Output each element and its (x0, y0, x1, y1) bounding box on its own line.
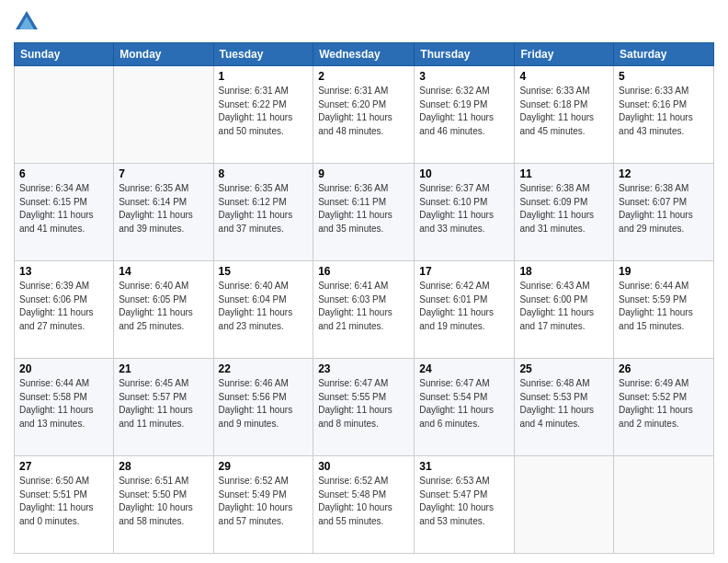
calendar-cell (614, 456, 714, 554)
day-number: 21 (119, 362, 208, 375)
calendar-cell: 14Sunrise: 6:40 AMSunset: 6:05 PMDayligh… (114, 261, 213, 359)
day-number: 12 (619, 167, 709, 180)
calendar-week-5: 27Sunrise: 6:50 AMSunset: 5:51 PMDayligh… (15, 456, 714, 554)
day-number: 9 (318, 167, 409, 180)
day-number: 20 (19, 362, 108, 375)
day-number: 14 (119, 265, 208, 278)
calendar-cell: 1Sunrise: 6:31 AMSunset: 6:22 PMDaylight… (213, 66, 313, 164)
calendar-cell: 22Sunrise: 6:46 AMSunset: 5:56 PMDayligh… (213, 359, 313, 456)
day-number: 31 (419, 460, 509, 473)
calendar-cell: 30Sunrise: 6:52 AMSunset: 5:48 PMDayligh… (313, 456, 415, 554)
day-info: Sunrise: 6:38 AMSunset: 6:09 PMDaylight:… (519, 182, 609, 236)
calendar-cell: 7Sunrise: 6:35 AMSunset: 6:14 PMDaylight… (114, 164, 213, 261)
day-number: 10 (419, 167, 509, 180)
calendar-cell: 18Sunrise: 6:43 AMSunset: 6:00 PMDayligh… (515, 261, 614, 359)
day-info: Sunrise: 6:31 AMSunset: 6:22 PMDaylight:… (219, 85, 309, 138)
day-number: 7 (119, 167, 208, 180)
day-info: Sunrise: 6:44 AMSunset: 5:58 PMDaylight:… (19, 377, 108, 431)
calendar-cell: 10Sunrise: 6:37 AMSunset: 6:10 PMDayligh… (415, 164, 515, 261)
day-info: Sunrise: 6:46 AMSunset: 5:56 PMDaylight:… (219, 377, 309, 431)
calendar-week-1: 1Sunrise: 6:31 AMSunset: 6:22 PMDaylight… (15, 66, 714, 164)
day-info: Sunrise: 6:34 AMSunset: 6:15 PMDaylight:… (19, 182, 108, 236)
calendar-cell: 19Sunrise: 6:44 AMSunset: 5:59 PMDayligh… (614, 261, 714, 359)
page: SundayMondayTuesdayWednesdayThursdayFrid… (0, 0, 728, 563)
day-info: Sunrise: 6:33 AMSunset: 6:16 PMDaylight:… (619, 85, 709, 138)
day-number: 25 (519, 362, 609, 375)
day-header-monday: Monday (114, 43, 213, 66)
calendar-cell: 12Sunrise: 6:38 AMSunset: 6:07 PMDayligh… (614, 164, 714, 261)
day-info: Sunrise: 6:35 AMSunset: 6:14 PMDaylight:… (119, 182, 208, 236)
day-info: Sunrise: 6:40 AMSunset: 6:04 PMDaylight:… (219, 280, 309, 333)
day-number: 5 (619, 70, 709, 83)
day-info: Sunrise: 6:49 AMSunset: 5:52 PMDaylight:… (619, 377, 709, 431)
day-number: 13 (19, 265, 108, 278)
day-info: Sunrise: 6:37 AMSunset: 6:10 PMDaylight:… (419, 182, 509, 236)
day-number: 29 (219, 460, 309, 473)
day-info: Sunrise: 6:45 AMSunset: 5:57 PMDaylight:… (119, 377, 208, 431)
calendar-cell: 6Sunrise: 6:34 AMSunset: 6:15 PMDaylight… (15, 164, 114, 261)
day-info: Sunrise: 6:39 AMSunset: 6:06 PMDaylight:… (19, 280, 108, 333)
day-number: 8 (219, 167, 309, 180)
day-info: Sunrise: 6:48 AMSunset: 5:53 PMDaylight:… (519, 377, 609, 431)
day-number: 19 (619, 265, 709, 278)
calendar-cell: 16Sunrise: 6:41 AMSunset: 6:03 PMDayligh… (313, 261, 415, 359)
logo-icon (14, 9, 40, 35)
calendar-cell: 24Sunrise: 6:47 AMSunset: 5:54 PMDayligh… (415, 359, 515, 456)
day-header-saturday: Saturday (614, 43, 714, 66)
day-number: 6 (19, 167, 108, 180)
day-number: 3 (419, 70, 509, 83)
logo (14, 9, 43, 35)
day-info: Sunrise: 6:47 AMSunset: 5:54 PMDaylight:… (419, 377, 509, 431)
calendar-cell: 13Sunrise: 6:39 AMSunset: 6:06 PMDayligh… (15, 261, 114, 359)
calendar-cell: 20Sunrise: 6:44 AMSunset: 5:58 PMDayligh… (15, 359, 114, 456)
day-info: Sunrise: 6:38 AMSunset: 6:07 PMDaylight:… (619, 182, 709, 236)
day-header-tuesday: Tuesday (213, 43, 313, 66)
day-number: 2 (318, 70, 409, 83)
day-info: Sunrise: 6:43 AMSunset: 6:00 PMDaylight:… (519, 280, 609, 333)
day-header-sunday: Sunday (15, 43, 114, 66)
calendar-cell: 28Sunrise: 6:51 AMSunset: 5:50 PMDayligh… (114, 456, 213, 554)
day-number: 23 (318, 362, 409, 375)
day-number: 15 (219, 265, 309, 278)
day-info: Sunrise: 6:52 AMSunset: 5:49 PMDaylight:… (219, 475, 309, 528)
day-number: 30 (318, 460, 409, 473)
day-number: 16 (318, 265, 409, 278)
calendar-cell (114, 66, 213, 164)
header (14, 9, 714, 35)
day-info: Sunrise: 6:40 AMSunset: 6:05 PMDaylight:… (119, 280, 208, 333)
day-header-thursday: Thursday (415, 43, 515, 66)
day-info: Sunrise: 6:32 AMSunset: 6:19 PMDaylight:… (419, 85, 509, 138)
day-number: 11 (519, 167, 609, 180)
calendar-cell (515, 456, 614, 554)
day-number: 27 (19, 460, 108, 473)
calendar-week-4: 20Sunrise: 6:44 AMSunset: 5:58 PMDayligh… (15, 359, 714, 456)
day-number: 18 (519, 265, 609, 278)
calendar-cell: 23Sunrise: 6:47 AMSunset: 5:55 PMDayligh… (313, 359, 415, 456)
day-info: Sunrise: 6:52 AMSunset: 5:48 PMDaylight:… (318, 475, 409, 528)
day-number: 24 (419, 362, 509, 375)
day-info: Sunrise: 6:51 AMSunset: 5:50 PMDaylight:… (119, 475, 208, 528)
calendar-cell: 25Sunrise: 6:48 AMSunset: 5:53 PMDayligh… (515, 359, 614, 456)
day-number: 26 (619, 362, 709, 375)
day-info: Sunrise: 6:44 AMSunset: 5:59 PMDaylight:… (619, 280, 709, 333)
calendar-week-2: 6Sunrise: 6:34 AMSunset: 6:15 PMDaylight… (15, 164, 714, 261)
calendar-cell: 4Sunrise: 6:33 AMSunset: 6:18 PMDaylight… (515, 66, 614, 164)
calendar-cell: 2Sunrise: 6:31 AMSunset: 6:20 PMDaylight… (313, 66, 415, 164)
day-number: 28 (119, 460, 208, 473)
day-info: Sunrise: 6:31 AMSunset: 6:20 PMDaylight:… (318, 85, 409, 138)
calendar-cell: 5Sunrise: 6:33 AMSunset: 6:16 PMDaylight… (614, 66, 714, 164)
calendar-cell: 21Sunrise: 6:45 AMSunset: 5:57 PMDayligh… (114, 359, 213, 456)
calendar-table: SundayMondayTuesdayWednesdayThursdayFrid… (14, 42, 714, 554)
calendar-cell: 31Sunrise: 6:53 AMSunset: 5:47 PMDayligh… (415, 456, 515, 554)
day-info: Sunrise: 6:35 AMSunset: 6:12 PMDaylight:… (219, 182, 309, 236)
calendar-cell (15, 66, 114, 164)
day-number: 17 (419, 265, 509, 278)
calendar-cell: 8Sunrise: 6:35 AMSunset: 6:12 PMDaylight… (213, 164, 313, 261)
day-number: 4 (519, 70, 609, 83)
day-header-wednesday: Wednesday (313, 43, 415, 66)
calendar-week-3: 13Sunrise: 6:39 AMSunset: 6:06 PMDayligh… (15, 261, 714, 359)
calendar-cell: 27Sunrise: 6:50 AMSunset: 5:51 PMDayligh… (15, 456, 114, 554)
calendar-cell: 3Sunrise: 6:32 AMSunset: 6:19 PMDaylight… (415, 66, 515, 164)
day-info: Sunrise: 6:42 AMSunset: 6:01 PMDaylight:… (419, 280, 509, 333)
day-header-friday: Friday (515, 43, 614, 66)
